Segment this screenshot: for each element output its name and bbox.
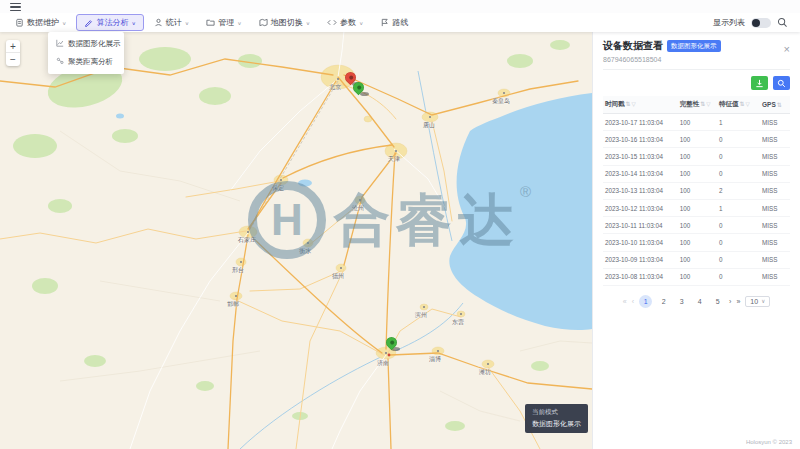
menu-label: 路线	[392, 17, 408, 28]
map-label-city: 东营	[452, 318, 464, 327]
menu-label: 数据维护	[27, 17, 59, 28]
page-button-5[interactable]: 5	[711, 295, 724, 308]
menu-label: 地图切换	[271, 17, 303, 28]
page-button-2[interactable]: 2	[657, 295, 670, 308]
table-row: 2023-10-16 11:03:041000MISS	[603, 131, 790, 148]
column-header-feature[interactable]: 特征值⇅▽	[717, 96, 760, 114]
map-label-city: 天津	[388, 155, 400, 164]
table-cell: MISS	[760, 182, 790, 199]
table-cell: 100	[678, 268, 717, 285]
table-cell: 1	[717, 114, 760, 131]
map-label-city: 淄博	[429, 355, 441, 364]
table-row: 2023-10-11 11:03:041000MISS	[603, 217, 790, 234]
menu-label: 参数	[340, 17, 356, 28]
sort-icon[interactable]: ⇅	[626, 101, 631, 107]
column-header-gps[interactable]: GPS⇅	[760, 96, 790, 114]
map-area[interactable]: 北京 天津 唐山 秦皇岛 保定 石家庄 沧州 衡水 邢台 邯郸 德州 济南 淄博…	[0, 31, 592, 449]
column-header-integrity[interactable]: 完整性⇅▽	[678, 96, 717, 114]
column-header-timestamp[interactable]: 时间戳⇅▽	[603, 96, 678, 114]
close-icon[interactable]: ×	[784, 44, 790, 55]
table-cell: 100	[678, 165, 717, 182]
first-page-button[interactable]: «	[623, 298, 627, 305]
table-cell: 2023-10-14 11:03:04	[603, 165, 678, 182]
copyright-footer: Holosyun © 2023	[746, 439, 792, 445]
pagination: « ‹ 1 2 3 4 5 › » 10 ∨	[603, 295, 790, 308]
menu-data-maintenance[interactable]: 数据维护 ∨	[8, 15, 73, 30]
page-button-4[interactable]: 4	[693, 295, 706, 308]
mode-label: 当前模式	[532, 408, 581, 417]
sort-icon[interactable]: ⇅	[700, 101, 705, 107]
filter-icon[interactable]: ▽	[746, 101, 750, 107]
page-size-select[interactable]: 10 ∨	[745, 296, 770, 307]
prev-page-button[interactable]: ‹	[632, 298, 634, 305]
map-label-city: 保定	[272, 184, 284, 193]
chevron-down-icon: ∨	[185, 20, 189, 26]
table-cell: 2023-10-11 11:03:04	[603, 217, 678, 234]
dropdown-item-label: 聚类距离分析	[68, 57, 113, 67]
table-cell: MISS	[760, 251, 790, 268]
dropdown-item-label: 数据图形化展示	[68, 39, 121, 49]
menu-route[interactable]: 路线	[373, 15, 415, 30]
dropdown-item-graph-display[interactable]: 数据图形化展示	[48, 35, 124, 53]
table-cell: 0	[717, 234, 760, 251]
last-page-button[interactable]: »	[736, 298, 740, 305]
table-cell: 2023-10-16 11:03:04	[603, 131, 678, 148]
menu-label: 算法分析	[96, 17, 128, 28]
panel-actions	[593, 70, 800, 90]
hamburger-menu-icon[interactable]	[10, 3, 21, 11]
next-page-button[interactable]: ›	[729, 298, 731, 305]
table-cell: MISS	[760, 199, 790, 216]
sort-icon[interactable]: ⇅	[740, 101, 745, 107]
download-icon	[755, 79, 764, 88]
filter-icon[interactable]: ▽	[706, 101, 710, 107]
table-cell: 100	[678, 251, 717, 268]
menu-map-switch[interactable]: 地图切换 ∨	[252, 15, 317, 30]
table-cell: 0	[717, 251, 760, 268]
map-label-city: 邢台	[232, 266, 244, 275]
table-row: 2023-10-10 11:03:041000MISS	[603, 234, 790, 251]
table-row: 2023-10-15 11:03:041000MISS	[603, 148, 790, 165]
page-button-3[interactable]: 3	[675, 295, 688, 308]
zoom-out-button[interactable]: −	[6, 53, 20, 66]
table-cell: MISS	[760, 234, 790, 251]
map-canvas[interactable]	[0, 31, 592, 449]
map-icon	[259, 18, 268, 27]
query-button[interactable]	[773, 76, 790, 90]
table-cell: MISS	[760, 268, 790, 285]
table-cell: 100	[678, 199, 717, 216]
sort-icon[interactable]: ⇅	[777, 102, 782, 108]
menu-statistics[interactable]: 统计 ∨	[147, 15, 196, 30]
table-cell: 0	[717, 148, 760, 165]
show-list-toggle[interactable]	[751, 18, 771, 28]
device-data-panel: 设备数据查看 数据图形化展示 867946065518504 × 时间戳⇅▽	[592, 31, 800, 449]
table-cell: 100	[678, 148, 717, 165]
table-cell: 0	[717, 165, 760, 182]
device-data-table: 时间戳⇅▽ 完整性⇅▽ 特征值⇅▽ GPS⇅ 2023-10-17 11:03:…	[603, 96, 790, 286]
user-icon	[154, 18, 163, 27]
menu-label: 管理	[218, 17, 234, 28]
table-cell: MISS	[760, 217, 790, 234]
table-cell: 100	[678, 234, 717, 251]
map-label-city: 邯郸	[227, 300, 239, 309]
chevron-down-icon: ∨	[62, 20, 66, 26]
table-row: 2023-10-14 11:03:041000MISS	[603, 165, 790, 182]
map-label-city: 石家庄	[238, 236, 256, 245]
page-button-1[interactable]: 1	[639, 295, 652, 308]
table-cell: 1	[717, 199, 760, 216]
export-button[interactable]	[751, 76, 768, 90]
table-cell: 0	[717, 217, 760, 234]
zoom-in-button[interactable]: +	[6, 40, 20, 53]
menu-algorithm-analysis[interactable]: 算法分析 ∨	[76, 14, 143, 31]
table-cell: 2	[717, 182, 760, 199]
show-list-label: 显示列表	[713, 17, 745, 28]
menu-parameters[interactable]: 参数 ∨	[320, 15, 370, 30]
menu-management[interactable]: 管理 ∨	[199, 15, 248, 30]
table-row: 2023-10-12 11:03:041001MISS	[603, 199, 790, 216]
filter-icon[interactable]: ▽	[632, 101, 636, 107]
app-window: 数据维护 ∨ 算法分析 ∨ 统计 ∨ 管理 ∨ 地图切换 ∨ 参数 ∨	[0, 0, 800, 449]
chevron-down-icon: ∨	[761, 298, 765, 304]
search-icon[interactable]	[777, 17, 788, 28]
clipboard-icon	[15, 18, 24, 27]
dropdown-item-cluster-analysis[interactable]: 聚类距离分析	[48, 53, 124, 71]
table-cell: 2023-10-13 11:03:04	[603, 182, 678, 199]
